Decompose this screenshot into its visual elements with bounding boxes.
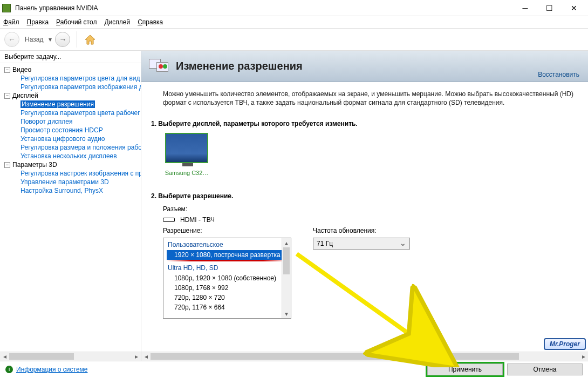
tree-group-display[interactable]: −Дисплей bbox=[0, 91, 141, 100]
res-scrollbar[interactable]: ▴▾ bbox=[282, 238, 291, 318]
tree-item[interactable]: Просмотр состояния HDCP bbox=[0, 126, 141, 134]
tree-item[interactable]: Регулировка параметров изображения д bbox=[0, 83, 141, 91]
tree-item[interactable]: Установка нескольких дисплеев bbox=[0, 152, 141, 160]
res-item[interactable]: 720p, 1176 × 664 bbox=[163, 302, 291, 312]
monitor-thumbnail[interactable]: Samsung C32… bbox=[163, 133, 210, 176]
titlebar: Панель управления NVIDIA ─ ☐ ✕ bbox=[0, 0, 588, 16]
menu-file[interactable]: Файл bbox=[3, 18, 19, 26]
res-item-selected[interactable]: 1920 × 1080, построчная развертка bbox=[167, 250, 288, 260]
main-panel: Изменение разрешения Восстановить Можно … bbox=[141, 51, 588, 361]
info-icon: i bbox=[5, 366, 13, 373]
tree-item[interactable]: Регулировка размера и положения рабо bbox=[0, 143, 141, 152]
content: Выберите задачу... −Видео Регулировка па… bbox=[0, 51, 588, 361]
menu-desktop[interactable]: Рабочий стол bbox=[56, 18, 97, 26]
tree-item[interactable]: Поворот дисплея bbox=[0, 117, 141, 126]
tree-item[interactable]: Установка цифрового аудио bbox=[0, 134, 141, 143]
refresh-rate-combo[interactable]: 71 Гц bbox=[313, 238, 410, 250]
forward-button[interactable]: → bbox=[55, 32, 70, 47]
sidebar: Выберите задачу... −Видео Регулировка па… bbox=[0, 51, 141, 361]
tree-item[interactable]: Регулировка параметров цвета для вид bbox=[0, 74, 141, 83]
page-title: Изменение разрешения bbox=[176, 60, 303, 72]
window-title: Панель управления NVIDIA bbox=[15, 4, 513, 12]
minimize-button[interactable]: ─ bbox=[513, 1, 537, 16]
home-icon[interactable] bbox=[84, 33, 97, 45]
tree-group-3d[interactable]: −Параметры 3D bbox=[0, 160, 141, 169]
menu-help[interactable]: Справка bbox=[138, 18, 163, 26]
resolution-label: Разрешение: bbox=[163, 227, 291, 234]
step1-heading: 1. Выберите дисплей, параметры которого … bbox=[151, 120, 577, 127]
tree-item[interactable]: Регулировка настроек изображения с пр bbox=[0, 169, 141, 178]
tree-item[interactable]: Настройка Surround, PhysX bbox=[0, 186, 141, 195]
toolbar: ← Назад ▾ → bbox=[0, 28, 588, 51]
tree-item-change-resolution[interactable]: Изменение разрешения bbox=[0, 100, 141, 109]
res-group-hd: Ultra HD, HD, SD bbox=[163, 262, 291, 273]
refresh-label: Частота обновления: bbox=[313, 227, 410, 234]
footer: i Информация о системе Применить Отмена bbox=[0, 361, 588, 377]
system-info-link[interactable]: Информация о системе bbox=[16, 366, 87, 373]
restore-link[interactable]: Восстановить bbox=[538, 71, 579, 78]
connector-label: Разъем: bbox=[163, 205, 206, 213]
sidebar-title: Выберите задачу... bbox=[0, 51, 141, 63]
displays-icon bbox=[149, 57, 170, 76]
res-item[interactable]: 1080p, 1768 × 992 bbox=[163, 283, 291, 293]
resolution-listbox[interactable]: Пользовательское 1920 × 1080, построчная… bbox=[163, 238, 291, 319]
step2-heading: 2. Выберите разрешение. bbox=[151, 192, 577, 200]
res-group-custom: Пользовательское bbox=[163, 239, 291, 250]
task-tree[interactable]: −Видео Регулировка параметров цвета для … bbox=[0, 63, 141, 352]
connector-value: HDMI - ТВЧ bbox=[180, 216, 215, 224]
page-body: Можно уменьшить количество элементов, от… bbox=[141, 82, 588, 351]
cancel-button[interactable]: Отмена bbox=[507, 363, 583, 375]
page-header: Изменение разрешения Восстановить bbox=[141, 51, 588, 82]
tree-group-video[interactable]: −Видео bbox=[0, 65, 141, 74]
tree-item[interactable]: Управление параметрами 3D bbox=[0, 178, 141, 186]
res-item[interactable]: 1080p, 1920 × 1080 (собственное) bbox=[163, 273, 291, 283]
main-hscrollbar[interactable]: ◂▸ bbox=[141, 352, 588, 361]
sidebar-hscrollbar[interactable]: ◂▸ bbox=[0, 352, 141, 361]
page-description: Можно уменьшить количество элементов, от… bbox=[163, 90, 577, 107]
apply-button[interactable]: Применить bbox=[427, 363, 503, 375]
maximize-button[interactable]: ☐ bbox=[537, 1, 562, 16]
menu-edit[interactable]: Правка bbox=[27, 18, 49, 26]
back-label: Назад bbox=[25, 36, 43, 43]
menubar: Файл Правка Рабочий стол Дисплей Справка bbox=[0, 16, 588, 28]
close-button[interactable]: ✕ bbox=[562, 1, 586, 16]
monitor-label: Samsung C32… bbox=[163, 170, 210, 176]
watermark: Mr.Proger bbox=[544, 338, 586, 350]
tree-item[interactable]: Регулировка параметров цвета рабочег bbox=[0, 109, 141, 117]
res-item[interactable]: 720p, 1280 × 720 bbox=[163, 293, 291, 302]
app-icon bbox=[2, 4, 11, 12]
back-button[interactable]: ← bbox=[4, 32, 19, 47]
menu-display[interactable]: Дисплей bbox=[104, 18, 130, 26]
annotation-underline bbox=[167, 260, 288, 261]
hdmi-icon bbox=[163, 218, 175, 222]
